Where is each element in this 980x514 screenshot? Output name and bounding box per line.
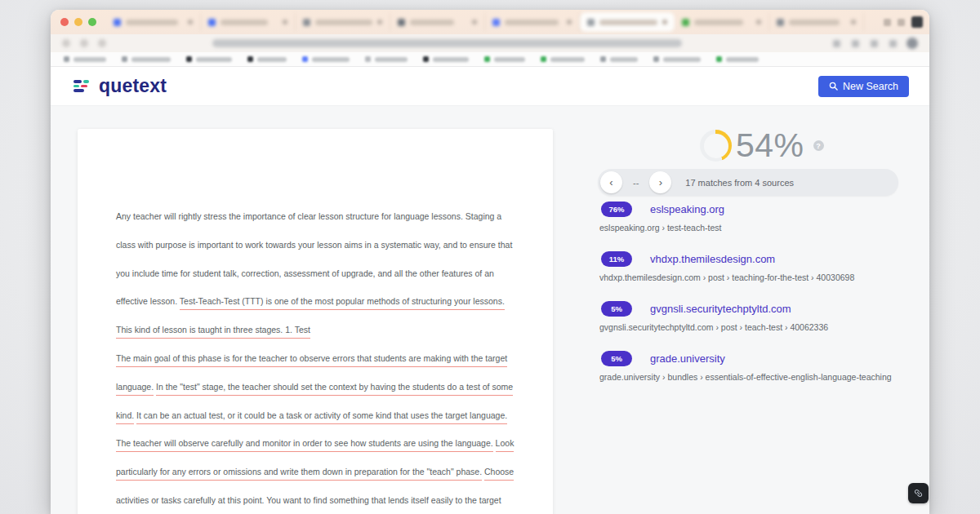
browser-tab[interactable] xyxy=(485,13,580,31)
close-tab-icon[interactable] xyxy=(662,20,667,24)
close-tab-icon[interactable] xyxy=(283,20,287,24)
matched-text: The main goal of this phase is for the t… xyxy=(116,353,507,367)
bookmark-item[interactable] xyxy=(541,56,585,62)
next-match-button[interactable]: › xyxy=(649,171,671,193)
document-line: kind. It can be an actual test, or it co… xyxy=(116,401,512,430)
bookmark-item[interactable] xyxy=(186,56,232,62)
help-icon[interactable]: ? xyxy=(813,140,824,151)
tab-bar-actions xyxy=(884,16,923,28)
browser-tab-bar xyxy=(51,10,929,34)
browser-tab[interactable] xyxy=(580,12,675,32)
bookmark-favicon xyxy=(600,56,606,62)
source-breadcrumb: eslspeaking.org › test-teach-test xyxy=(599,223,929,233)
match-navigator: ‹ -- › 17 matches from 4 sources xyxy=(598,169,898,196)
plagiarism-score: 54% ? xyxy=(700,126,824,165)
brand-name: quetext xyxy=(99,75,167,97)
maximize-window-icon[interactable] xyxy=(88,18,96,26)
browser-tab[interactable] xyxy=(201,13,296,31)
tab-favicon xyxy=(398,19,405,26)
source-domain-link[interactable]: vhdxp.themilesdesign.com xyxy=(650,253,775,265)
new-search-label: New Search xyxy=(843,81,898,92)
bookmark-star-icon[interactable] xyxy=(833,40,840,47)
document-line: The main goal of this phase is for the t… xyxy=(116,344,512,373)
tab-favicon xyxy=(492,19,500,26)
link-icon xyxy=(913,488,924,498)
extension-icon[interactable] xyxy=(889,40,897,47)
new-tab-icon[interactable] xyxy=(884,19,891,26)
browser-menu-icon[interactable] xyxy=(911,16,923,28)
source-domain-link[interactable]: gvgnsli.securitytechptyltd.com xyxy=(650,303,791,315)
results-panel: 54% ? ‹ -- › 17 matches from 4 sources 7… xyxy=(572,106,929,514)
profile-avatar[interactable] xyxy=(906,38,918,49)
document-line: language. In the "test" stage, the teach… xyxy=(116,373,512,401)
bookmark-item[interactable] xyxy=(600,56,638,62)
matched-text: Look xyxy=(496,438,514,452)
tab-favicon xyxy=(114,19,121,26)
bookmark-favicon xyxy=(423,56,429,62)
reload-icon[interactable] xyxy=(98,39,106,47)
source-item: 5% gvgnsli.securitytechptyltd.com gvgnsl… xyxy=(572,301,929,332)
browser-tab[interactable] xyxy=(675,13,769,31)
bookmark-item[interactable] xyxy=(247,56,287,62)
bookmark-item[interactable] xyxy=(64,56,106,62)
source-breadcrumb: gvgnsli.securitytechptyltd.com › post › … xyxy=(599,322,929,332)
bookmark-favicon xyxy=(716,56,722,62)
bookmark-item[interactable] xyxy=(484,56,525,62)
browser-tab[interactable] xyxy=(296,13,390,31)
matched-text: particularly for any errors or omissions… xyxy=(116,467,482,481)
tab-favicon xyxy=(303,19,310,26)
tab-overview-icon[interactable] xyxy=(898,19,905,26)
bookmark-item[interactable] xyxy=(653,56,701,62)
matched-text: Test-Teach-Test (TTT) is one of the most… xyxy=(180,296,505,310)
source-domain-link[interactable]: grade.university xyxy=(650,352,725,365)
close-tab-icon[interactable] xyxy=(851,20,856,24)
close-tab-icon[interactable] xyxy=(377,20,382,24)
matched-text: kind. xyxy=(116,410,134,424)
close-window-icon[interactable] xyxy=(60,18,69,26)
search-icon xyxy=(829,82,838,91)
document-line: activities or tasks carefully at this po… xyxy=(116,486,512,514)
close-tab-icon[interactable] xyxy=(188,20,193,24)
close-tab-icon[interactable] xyxy=(567,20,572,24)
matched-text: language. xyxy=(116,382,154,396)
document-line: particularly for any errors or omissions… xyxy=(116,458,512,486)
document-line: class with purpose is important to work … xyxy=(116,231,512,259)
browser-tab[interactable] xyxy=(769,13,864,31)
browser-tab[interactable] xyxy=(390,13,485,31)
new-search-button[interactable]: New Search xyxy=(818,76,909,97)
close-tab-icon[interactable] xyxy=(472,20,477,24)
document-line: effective lesson. Test-Teach-Test (TTT) … xyxy=(116,287,512,316)
browser-tab[interactable] xyxy=(106,13,201,31)
score-ring-icon xyxy=(700,130,732,162)
bookmark-favicon xyxy=(186,56,192,62)
url-input[interactable] xyxy=(212,39,682,47)
match-position: -- xyxy=(633,178,639,188)
tab-favicon xyxy=(682,19,689,26)
match-percent-badge: 76% xyxy=(601,202,632,217)
bookmark-item[interactable] xyxy=(716,56,759,62)
tab-favicon xyxy=(777,19,784,26)
bookmark-favicon xyxy=(64,56,69,62)
extension-icon[interactable] xyxy=(852,40,859,47)
window-controls xyxy=(60,18,96,26)
forward-icon[interactable] xyxy=(80,39,88,47)
source-item: 5% grade.university grade.university › b… xyxy=(572,351,929,382)
quetext-logo[interactable]: quetext xyxy=(74,75,167,97)
browser-address-bar xyxy=(51,34,929,52)
previous-match-button[interactable]: ‹ xyxy=(600,171,622,193)
close-tab-icon[interactable] xyxy=(756,20,761,24)
minimize-window-icon[interactable] xyxy=(74,18,82,26)
extension-icon[interactable] xyxy=(871,40,878,47)
share-link-chip[interactable] xyxy=(908,483,929,503)
bookmark-favicon xyxy=(365,56,371,62)
bookmark-item[interactable] xyxy=(423,56,469,62)
bookmark-item[interactable] xyxy=(122,56,171,62)
match-summary: 17 matches from 4 sources xyxy=(685,178,794,188)
bookmark-item[interactable] xyxy=(365,56,408,62)
source-list: 76% eslspeaking.org eslspeaking.org › te… xyxy=(572,202,929,401)
back-icon[interactable] xyxy=(62,39,70,47)
match-percent-badge: 11% xyxy=(601,251,632,267)
source-domain-link[interactable]: eslspeaking.org xyxy=(650,203,724,215)
matched-text: This kind of lesson is taught in three s… xyxy=(116,325,310,339)
bookmark-item[interactable] xyxy=(302,56,350,62)
